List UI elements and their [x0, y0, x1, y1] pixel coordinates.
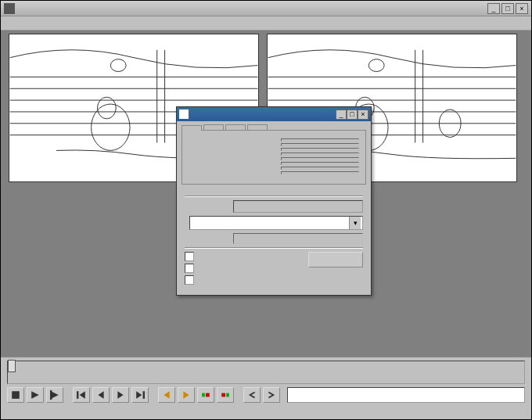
svg-rect-17: [143, 391, 145, 399]
tab-body: [182, 130, 366, 185]
svg-marker-18: [164, 391, 169, 399]
stop-button[interactable]: [7, 387, 24, 403]
stat-audio-data: [281, 153, 359, 156]
tab-video[interactable]: [203, 124, 224, 130]
menu-tools[interactable]: [32, 22, 45, 25]
stat-elapsed: [281, 167, 359, 170]
dialog-maximize-button[interactable]: □: [347, 109, 358, 120]
priority-select[interactable]: [189, 216, 363, 230]
menu-help[interactable]: [46, 22, 59, 25]
show-decompressed-checkbox[interactable]: [185, 275, 194, 285]
next-scene-button[interactable]: [217, 387, 234, 403]
svg-rect-21: [206, 393, 210, 397]
dialog-lower: [177, 189, 371, 295]
tab-perf[interactable]: [225, 124, 246, 130]
close-button[interactable]: ×: [516, 3, 528, 14]
step-fwd-button[interactable]: [112, 387, 129, 403]
play-input-button[interactable]: [27, 387, 44, 403]
main-titlebar: _ □ ×: [1, 1, 531, 16]
svg-marker-9: [31, 391, 39, 399]
tab-log[interactable]: [247, 124, 268, 130]
show-input-checkbox[interactable]: [185, 252, 194, 261]
go-end-button[interactable]: [131, 387, 149, 403]
svg-rect-8: [12, 391, 20, 399]
svg-point-0: [92, 104, 130, 150]
stat-audio-sample: [281, 143, 359, 146]
app-icon: [4, 3, 15, 14]
minimize-button[interactable]: _: [487, 3, 500, 14]
dialog-icon: [179, 109, 189, 119]
next-key-button[interactable]: [178, 387, 195, 403]
svg-rect-11: [50, 390, 52, 400]
svg-marker-14: [98, 391, 103, 399]
progress-bar: [233, 200, 363, 213]
svg-rect-22: [221, 393, 225, 397]
svg-point-3: [110, 59, 126, 72]
svg-marker-10: [51, 391, 59, 399]
stat-projected: [281, 157, 359, 160]
svg-rect-12: [77, 391, 78, 399]
prev-scene-button[interactable]: [197, 387, 214, 403]
dialog-tabs: [177, 121, 371, 130]
stat-video-frame: [281, 138, 359, 142]
timeline-handle[interactable]: [8, 360, 16, 372]
dialog-minimize-button[interactable]: _: [336, 109, 347, 120]
transport-toolbar: [7, 387, 525, 403]
timeline-ruler[interactable]: [7, 361, 525, 384]
svg-rect-20: [202, 393, 205, 397]
stat-video-data: [281, 148, 359, 151]
dialog-close-button[interactable]: ×: [358, 109, 368, 120]
tab-main[interactable]: [182, 125, 202, 131]
play-output-button[interactable]: [46, 387, 63, 403]
go-start-button[interactable]: [73, 387, 90, 403]
svg-point-7: [368, 59, 384, 72]
timeline: [1, 357, 531, 419]
speed-slider[interactable]: [233, 233, 363, 244]
svg-marker-15: [117, 391, 123, 399]
svg-marker-19: [183, 391, 189, 399]
step-back-button[interactable]: [92, 387, 110, 403]
stat-render-rate: [281, 162, 359, 165]
menubar: [1, 16, 531, 31]
menu-file[interactable]: [4, 22, 16, 25]
mark-out-button[interactable]: [263, 387, 280, 403]
menu-view[interactable]: [18, 22, 31, 25]
svg-rect-23: [226, 393, 229, 397]
show-output-checkbox[interactable]: [185, 264, 194, 273]
svg-marker-16: [136, 391, 142, 399]
abort-button[interactable]: [308, 252, 363, 267]
frame-display: [287, 387, 525, 403]
maximize-button[interactable]: □: [501, 3, 514, 14]
prev-key-button[interactable]: [158, 387, 175, 403]
dialog-titlebar[interactable]: _ □ ×: [177, 107, 371, 121]
stat-total: [281, 171, 359, 174]
svg-marker-13: [80, 391, 85, 399]
mark-in-button[interactable]: [243, 387, 261, 403]
status-dialog: _ □ ×: [176, 106, 372, 296]
